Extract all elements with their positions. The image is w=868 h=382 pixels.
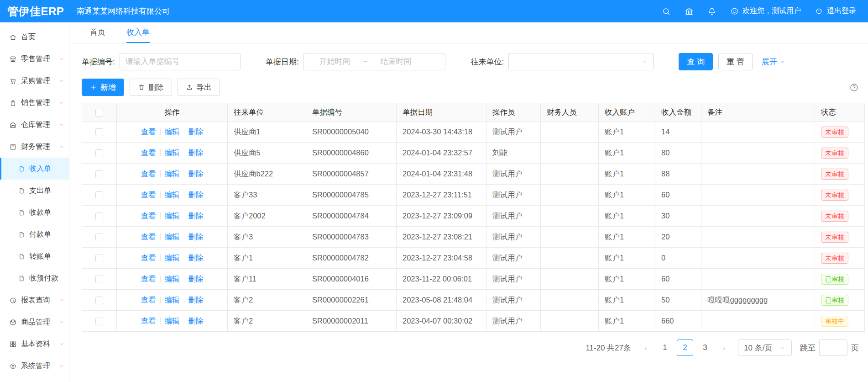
- prev-page-icon[interactable]: [638, 340, 653, 356]
- unit-select[interactable]: [508, 53, 654, 70]
- edit-link[interactable]: 编辑: [165, 317, 180, 325]
- row-checkbox[interactable]: [95, 318, 103, 325]
- sidebar-item-expense[interactable]: 支出单: [0, 180, 69, 202]
- edit-link[interactable]: 编辑: [165, 275, 180, 283]
- view-link[interactable]: 查看: [141, 170, 156, 178]
- cell-date: 2023-12-27 23:09:09: [397, 206, 486, 227]
- cell-remark: [701, 122, 815, 143]
- welcome-user[interactable]: 欢迎您，测试用户: [730, 6, 801, 16]
- expand-link[interactable]: 展开: [762, 57, 785, 67]
- status-badge: 未审核: [821, 232, 848, 243]
- sidebar-item-warehouse[interactable]: 仓库管理: [0, 114, 69, 136]
- page-size-select[interactable]: 10 条/页: [738, 340, 792, 356]
- sidebar-item-advance[interactable]: 收预付款: [0, 267, 69, 289]
- page-button-1[interactable]: 1: [657, 340, 673, 356]
- sidebar-item-payment[interactable]: 付款单: [0, 223, 69, 245]
- delete-link[interactable]: 删除: [188, 296, 204, 304]
- row-checkbox[interactable]: [95, 191, 103, 199]
- bell-icon[interactable]: [707, 7, 716, 16]
- sidebar-item-retail[interactable]: 零售管理: [0, 48, 69, 70]
- edit-link[interactable]: 编辑: [165, 233, 180, 241]
- view-link[interactable]: 查看: [141, 254, 156, 262]
- sidebar-item-system[interactable]: 系统管理: [0, 355, 69, 377]
- edit-link[interactable]: 编辑: [165, 191, 180, 199]
- view-link[interactable]: 查看: [141, 191, 156, 199]
- date-end-input[interactable]: [367, 57, 424, 66]
- edit-link[interactable]: 编辑: [165, 127, 180, 136]
- sidebar-item-transfer[interactable]: 转账单: [0, 245, 69, 267]
- view-link[interactable]: 查看: [141, 212, 156, 220]
- row-checkbox[interactable]: [95, 276, 103, 283]
- delete-link[interactable]: 删除: [188, 317, 204, 325]
- tab-home[interactable]: 首页: [90, 22, 105, 43]
- sidebar-item-sales[interactable]: 销售管理: [0, 92, 69, 114]
- view-link[interactable]: 查看: [141, 127, 156, 136]
- table-row: 查看编辑删除 供应商1 SR00000005040 2024-03-30 14:…: [82, 122, 865, 143]
- edit-link[interactable]: 编辑: [165, 254, 180, 262]
- date-start-input[interactable]: [306, 57, 363, 66]
- tab-income[interactable]: 收入单: [126, 22, 150, 43]
- sidebar-item-finance[interactable]: 财务管理: [0, 136, 69, 158]
- delete-link[interactable]: 删除: [188, 254, 204, 262]
- jump-label: 跳至: [800, 343, 816, 353]
- page-button-3[interactable]: 3: [697, 340, 713, 356]
- welcome-text: 欢迎您，测试用户: [743, 6, 801, 16]
- delete-link[interactable]: 删除: [188, 170, 204, 178]
- page-button-2[interactable]: 2: [677, 340, 693, 356]
- sidebar-item-home[interactable]: 首页: [0, 26, 69, 48]
- edit-link[interactable]: 编辑: [165, 296, 180, 304]
- add-button[interactable]: 新增: [82, 79, 124, 96]
- view-link[interactable]: 查看: [141, 233, 156, 241]
- delete-link[interactable]: 删除: [188, 233, 204, 241]
- cell-operations: 查看编辑删除: [117, 206, 228, 227]
- delete-link[interactable]: 删除: [188, 127, 204, 136]
- search-icon[interactable]: [662, 7, 671, 16]
- delete-link[interactable]: 删除: [188, 275, 204, 283]
- row-checkbox[interactable]: [95, 233, 103, 241]
- next-page-icon[interactable]: [717, 340, 732, 356]
- column-header: 往来单位: [228, 103, 306, 122]
- sidebar-item-goods[interactable]: 商品管理: [0, 311, 69, 333]
- view-link[interactable]: 查看: [141, 317, 156, 325]
- view-link[interactable]: 查看: [141, 149, 156, 157]
- date-range-picker[interactable]: ~: [303, 53, 445, 70]
- cell-checkbox: [82, 227, 117, 248]
- logout-button[interactable]: 退出登录: [815, 6, 856, 16]
- row-checkbox[interactable]: [95, 128, 103, 136]
- sidebar-item-receipt[interactable]: 收款单: [0, 202, 69, 223]
- delete-button[interactable]: 删除: [130, 79, 172, 96]
- select-all-checkbox[interactable]: [95, 109, 103, 117]
- delete-link[interactable]: 删除: [188, 191, 204, 199]
- basic-icon: [9, 340, 17, 348]
- row-checkbox[interactable]: [95, 170, 103, 178]
- edit-link[interactable]: 编辑: [165, 170, 180, 178]
- row-checkbox[interactable]: [95, 149, 103, 157]
- row-checkbox[interactable]: [95, 212, 103, 220]
- logout-text: 退出登录: [827, 6, 856, 16]
- row-checkbox[interactable]: [95, 255, 103, 262]
- cell-status: 未审核: [815, 248, 865, 269]
- export-button[interactable]: 导出: [178, 79, 220, 96]
- jump-page-input[interactable]: [819, 340, 847, 356]
- view-link[interactable]: 查看: [141, 275, 156, 283]
- edit-link[interactable]: 编辑: [165, 149, 180, 157]
- bill-no-input[interactable]: [120, 53, 241, 70]
- sidebar-item-basic[interactable]: 基本资料: [0, 333, 69, 355]
- sidebar-item-income[interactable]: 收入单: [0, 158, 69, 180]
- delete-link[interactable]: 删除: [188, 212, 204, 220]
- help-icon[interactable]: [849, 83, 859, 92]
- chevron-down-icon: [59, 56, 64, 62]
- status-badge: 未审核: [821, 253, 848, 264]
- cell-amount: 60: [655, 185, 701, 206]
- app-logo[interactable]: 管伊佳ERP: [0, 4, 69, 19]
- edit-link[interactable]: 编辑: [165, 212, 180, 220]
- sidebar-item-report[interactable]: 报表查询: [0, 289, 69, 311]
- delete-link[interactable]: 删除: [188, 149, 204, 157]
- sidebar-item-purchase[interactable]: 采购管理: [0, 70, 69, 92]
- row-checkbox[interactable]: [95, 297, 103, 304]
- search-button[interactable]: 查 询: [679, 53, 713, 70]
- view-link[interactable]: 查看: [141, 296, 156, 304]
- reset-button[interactable]: 重 置: [718, 53, 753, 70]
- cell-checkbox: [82, 143, 117, 164]
- building-icon[interactable]: [685, 7, 694, 16]
